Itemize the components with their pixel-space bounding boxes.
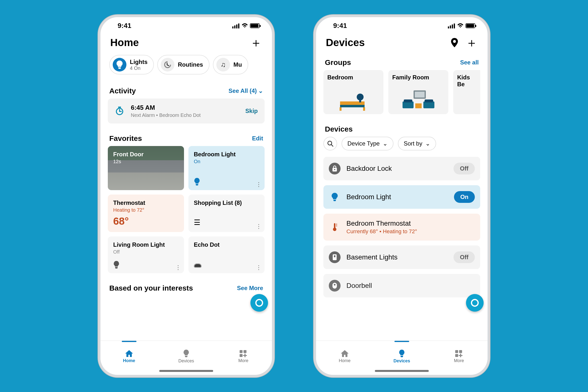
wifi-icon: [457, 23, 464, 28]
kebab-icon[interactable]: ⋮: [256, 183, 261, 186]
add-button[interactable]: ＋: [250, 40, 262, 46]
phone-devices: 9:41 Devices ＋ Groups See all Bedro: [314, 15, 490, 377]
wifi-icon: [242, 23, 248, 28]
shopping-title: Shopping List (8): [194, 200, 259, 206]
filter-type-label: Device Type: [348, 140, 380, 147]
page-title: Home: [110, 37, 139, 48]
chip-lights[interactable]: Lights 4 On: [109, 55, 154, 74]
bedroom-light-title: Bedroom Light: [194, 151, 259, 158]
card-front-door[interactable]: Front Door 12s: [108, 146, 184, 190]
location-pin-icon[interactable]: [451, 38, 458, 47]
svg-rect-13: [359, 99, 361, 102]
status-time: 9:41: [333, 22, 347, 30]
home-indicator: [375, 370, 429, 372]
tab-more[interactable]: More: [228, 348, 258, 363]
filter-device-type[interactable]: Device Type ⌄: [342, 137, 394, 150]
svg-point-26: [333, 228, 336, 231]
svg-rect-31: [332, 283, 337, 288]
group-family-room[interactable]: Family Room: [388, 70, 448, 114]
tab-home[interactable]: Home: [330, 348, 360, 363]
living-title: Living Room Light: [113, 241, 178, 248]
page-title: Devices: [326, 37, 365, 48]
devices-header: Devices: [325, 125, 479, 133]
more-icon: [239, 350, 247, 357]
echodot-title: Echo Dot: [194, 241, 259, 248]
status-icons: [232, 23, 260, 28]
home-icon: [125, 350, 133, 357]
filter-sort-by[interactable]: Sort by ⌄: [398, 137, 436, 150]
group-family-label: Family Room: [392, 74, 444, 81]
battery-icon: [466, 23, 475, 28]
tab-home[interactable]: Home: [114, 348, 144, 363]
favorites-edit[interactable]: Edit: [252, 135, 263, 142]
more-icon: [455, 350, 463, 357]
chip-music[interactable]: ♫ Mu: [213, 55, 248, 74]
card-living-room-light[interactable]: Living Room Light Off ⋮: [108, 236, 184, 273]
tab-devices[interactable]: Devices: [172, 347, 201, 364]
status-bar: 9:41: [316, 17, 488, 34]
alexa-ring-icon: [255, 299, 263, 307]
backdoor-name: Backdoor Lock: [346, 165, 448, 172]
status-time: 9:41: [118, 22, 131, 30]
svg-rect-4: [240, 350, 242, 353]
chip-routines[interactable]: Routines: [157, 55, 210, 74]
chip-music-label: Mu: [234, 61, 242, 68]
alarm-icon: [115, 106, 124, 116]
chevron-down-icon: ⌄: [425, 140, 430, 147]
status-bar: 9:41: [100, 17, 272, 34]
device-backdoor-lock[interactable]: Backdoor Lock Off: [324, 157, 480, 180]
thermostat-temp: 68°: [113, 215, 178, 227]
bedroom-light-sub: On: [194, 159, 259, 164]
chevron-down-icon: ⌄: [258, 88, 263, 94]
bulb-icon: [329, 191, 340, 203]
svg-point-24: [334, 169, 336, 170]
alexa-fab[interactable]: [466, 294, 484, 312]
interests-seemore[interactable]: See More: [237, 285, 263, 292]
kebab-icon[interactable]: ⋮: [256, 225, 261, 228]
device-basement-lights[interactable]: Basement Lights Off: [324, 246, 480, 269]
svg-rect-25: [334, 223, 336, 228]
add-button[interactable]: ＋: [466, 40, 478, 46]
group-bedroom-label: Bedroom: [327, 74, 380, 81]
activity-seeall-label: See All (4): [228, 88, 257, 94]
device-bedroom-light[interactable]: Bedroom Light On: [324, 185, 480, 209]
alexa-fab[interactable]: [250, 294, 268, 312]
music-icon: ♫: [216, 58, 230, 72]
svg-rect-34: [459, 350, 462, 353]
tab-devices[interactable]: Devices: [387, 347, 416, 364]
kebab-icon[interactable]: ⋮: [175, 266, 180, 269]
front-door-title: Front Door: [113, 151, 178, 158]
activity-seeall[interactable]: See All (4) ⌄: [228, 88, 263, 94]
group-bedroom[interactable]: Bedroom: [324, 70, 384, 114]
device-doorbell[interactable]: Doorbell: [324, 274, 480, 298]
activity-header: Activity See All (4) ⌄: [109, 87, 263, 95]
kebab-icon[interactable]: ⋮: [256, 266, 261, 269]
backdoor-toggle[interactable]: Off: [454, 163, 475, 174]
svg-point-28: [336, 226, 337, 226]
svg-point-32: [334, 284, 336, 286]
devices-content: Devices ＋ Groups See all Bedroom Family …: [316, 34, 488, 340]
basement-toggle[interactable]: Off: [454, 251, 475, 263]
bedtherm-sub: Currently 68° • Heating to 72°: [346, 228, 475, 235]
activity-alarm-card[interactable]: 6:45 AM Next Alarm • Bedroom Echo Dot Sk…: [108, 98, 264, 124]
svg-rect-9: [340, 105, 364, 107]
card-echo-dot[interactable]: Echo Dot ⋮: [188, 236, 264, 273]
device-filters: Device Type ⌄ Sort by ⌄: [324, 137, 480, 150]
device-bedroom-thermostat[interactable]: Bedroom Thermostat Currently 68° • Heati…: [324, 214, 480, 240]
card-shopping-list[interactable]: Shopping List (8) ☰ ⋮: [188, 194, 264, 232]
routines-icon: [161, 58, 174, 72]
bedlight-toggle[interactable]: On: [454, 191, 475, 203]
card-thermostat[interactable]: Thermostat Heating to 72° 68°: [108, 194, 184, 232]
alarm-skip[interactable]: Skip: [245, 108, 258, 114]
svg-point-27: [336, 224, 337, 225]
group-kids-bedroom[interactable]: Kids Be: [453, 70, 480, 114]
bulb-icon: [113, 261, 120, 269]
tab-more[interactable]: More: [444, 348, 474, 363]
search-button[interactable]: [324, 137, 337, 150]
svg-rect-30: [334, 255, 336, 257]
groups-seeall[interactable]: See all: [460, 59, 479, 66]
card-bedroom-light[interactable]: Bedroom Light On ⋮: [188, 146, 264, 190]
list-icon: ☰: [194, 218, 200, 226]
home-content: Home ＋ Lights 4 On Routines: [100, 34, 272, 340]
title-row: Devices ＋: [324, 34, 480, 54]
